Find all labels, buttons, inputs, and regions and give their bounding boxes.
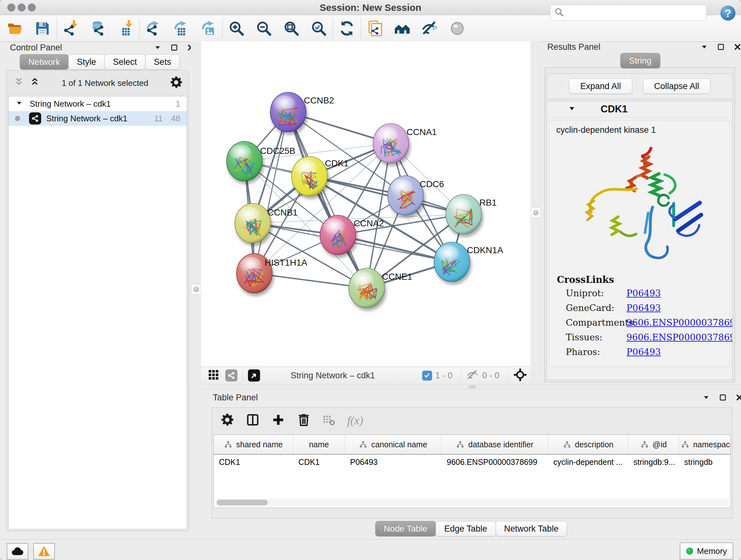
table-cell[interactable]: 9606.ENSP00000378699: [442, 457, 548, 467]
float-panel-icon[interactable]: [719, 393, 727, 401]
horizontal-splitter-handle[interactable]: [468, 385, 475, 388]
panel-menu-icon[interactable]: [153, 44, 162, 52]
float-panel-icon[interactable]: [717, 43, 725, 51]
right-splitter-handle[interactable]: [531, 207, 541, 218]
close-panel-icon[interactable]: [733, 43, 741, 51]
export-image-button[interactable]: [199, 17, 218, 39]
panel-menu-icon[interactable]: [702, 393, 711, 401]
table-cell[interactable]: cyclin-dependent ...: [548, 457, 628, 467]
selected-checkbox-icon[interactable]: [422, 371, 432, 381]
column-header-description[interactable]: description: [548, 435, 628, 454]
column-header-namespace[interactable]: namespace: [679, 435, 731, 454]
crosslink-link[interactable]: P06493: [626, 347, 661, 357]
right-splitter[interactable]: [530, 42, 541, 384]
table-cell[interactable]: CDK1: [214, 457, 293, 467]
import-network-button[interactable]: [61, 17, 80, 39]
close-panel-icon[interactable]: [735, 393, 741, 401]
network-row-selected[interactable]: String Network – cdk1 11 48: [9, 111, 187, 126]
network-node-CCNB2[interactable]: CCNB2: [270, 92, 334, 135]
home-button[interactable]: [393, 17, 412, 39]
help-button[interactable]: ?: [719, 4, 737, 22]
crosslink-link[interactable]: 9606.ENSP00000378699: [626, 332, 733, 343]
crosslink-link[interactable]: P06493: [626, 303, 661, 313]
network-node-CCNE1[interactable]: CCNE1: [349, 268, 412, 311]
table-cell[interactable]: stringdb:9...: [628, 457, 679, 467]
table-horizontal-scrollbar[interactable]: [215, 499, 729, 506]
warnings-button[interactable]: [33, 543, 55, 560]
hidden-eye-slash-icon[interactable]: [466, 368, 479, 382]
import-database-button[interactable]: [88, 17, 108, 39]
export-table-button[interactable]: [171, 17, 191, 39]
tab-network[interactable]: Network: [20, 54, 69, 70]
tab-node-table[interactable]: Node Table: [375, 521, 436, 537]
network-node-HIST1H1A[interactable]: HIST1H1A: [237, 253, 307, 296]
column-header--id[interactable]: @id: [628, 435, 679, 454]
collapse-all-icon[interactable]: [13, 77, 24, 89]
expand-all-button[interactable]: Expand All: [569, 78, 632, 94]
gene-expander-icon[interactable]: [568, 105, 576, 114]
network-options-gear-icon[interactable]: [170, 76, 183, 90]
expand-all-icon[interactable]: [29, 77, 41, 89]
fit-selection-crosshair-icon[interactable]: [513, 368, 527, 383]
delete-column-icon[interactable]: [297, 413, 311, 428]
crosslink-link[interactable]: 9606.ENSP00000378699: [626, 317, 733, 328]
tab-network-table[interactable]: Network Table: [495, 521, 567, 537]
network-node-CDC25B[interactable]: CDC25B: [226, 141, 295, 184]
export-network-button[interactable]: [144, 17, 163, 39]
network-node-RB1[interactable]: RB1: [446, 194, 496, 237]
network-node-CDKN1A[interactable]: CDKN1A: [434, 242, 503, 285]
network-graph[interactable]: CCNB2 CCNA1 CDC25B CDK1 CDC6 RB1 CCNB1 C…: [201, 42, 530, 367]
tab-select[interactable]: Select: [105, 54, 145, 70]
network-node-CCNA1[interactable]: CCNA1: [373, 124, 437, 166]
network-node-CDK1[interactable]: CDK1: [292, 157, 349, 199]
collapse-all-button[interactable]: Collapse All: [643, 78, 711, 94]
show-details-button[interactable]: [448, 17, 467, 39]
crosslink-link[interactable]: P06493: [626, 288, 661, 299]
zoom-out-button[interactable]: [254, 17, 274, 39]
float-panel-icon[interactable]: [170, 44, 179, 52]
table-row[interactable]: CDK1CDK1P064939606.ENSP00000378699cyclin…: [214, 455, 731, 469]
network-collection-row[interactable]: String Network – cdk1 1: [9, 97, 187, 111]
import-table-button[interactable]: [116, 17, 135, 39]
zoom-selected-button[interactable]: [309, 17, 329, 39]
scrollbar-thumb[interactable]: [217, 500, 268, 505]
column-header-shared-name[interactable]: shared name: [214, 435, 293, 454]
network-canvas[interactable]: CCNB2 CCNA1 CDC25B CDK1 CDC6 RB1 CCNB1 C…: [201, 42, 530, 367]
panel-menu-icon[interactable]: [700, 43, 709, 51]
gene-section-header[interactable]: CDK1: [547, 101, 732, 118]
left-splitter[interactable]: [191, 42, 201, 384]
cloud-status-button[interactable]: [7, 543, 28, 560]
network-node-CDC6[interactable]: CDC6: [388, 176, 444, 219]
add-column-icon[interactable]: [271, 413, 285, 428]
network-node-CCNA2[interactable]: CCNA2: [320, 215, 384, 258]
tab-sets[interactable]: Sets: [145, 54, 180, 70]
refresh-button[interactable]: [337, 17, 357, 39]
hide-details-button[interactable]: [420, 17, 440, 39]
save-session-button[interactable]: [32, 17, 52, 39]
zoom-fit-button[interactable]: [281, 17, 301, 39]
table-cell[interactable]: P06493: [345, 457, 442, 467]
birdseye-navigator-icon[interactable]: [248, 369, 260, 381]
open-session-button[interactable]: [5, 17, 25, 39]
left-splitter-handle[interactable]: [191, 284, 201, 294]
column-header-name[interactable]: name: [293, 435, 345, 454]
view-network-icon[interactable]: [225, 369, 238, 381]
session-file-network-button[interactable]: [365, 17, 385, 39]
table-cell[interactable]: CDK1: [293, 457, 345, 467]
node-table[interactable]: shared namenamecanonical namedatabase id…: [213, 435, 731, 508]
network-node-CCNB1[interactable]: CCNB1: [235, 203, 298, 246]
table-options-gear-icon[interactable]: [220, 413, 234, 428]
tab-style[interactable]: Style: [68, 54, 105, 70]
tab-edge-table[interactable]: Edge Table: [435, 521, 496, 537]
zoom-in-button[interactable]: [226, 17, 246, 39]
table-cell[interactable]: stringdb: [679, 457, 731, 467]
column-header-database-identifier[interactable]: database identifier: [442, 435, 548, 454]
view-grid-icon[interactable]: [207, 369, 219, 382]
tab-string[interactable]: String: [620, 53, 660, 68]
show-columns-icon[interactable]: [246, 413, 260, 428]
toolbar-search[interactable]: [550, 5, 706, 21]
search-input[interactable]: [567, 8, 702, 18]
column-header-canonical-name[interactable]: canonical name: [345, 435, 442, 454]
memory-button[interactable]: Memory: [680, 543, 733, 560]
network-edge[interactable]: [254, 112, 288, 273]
